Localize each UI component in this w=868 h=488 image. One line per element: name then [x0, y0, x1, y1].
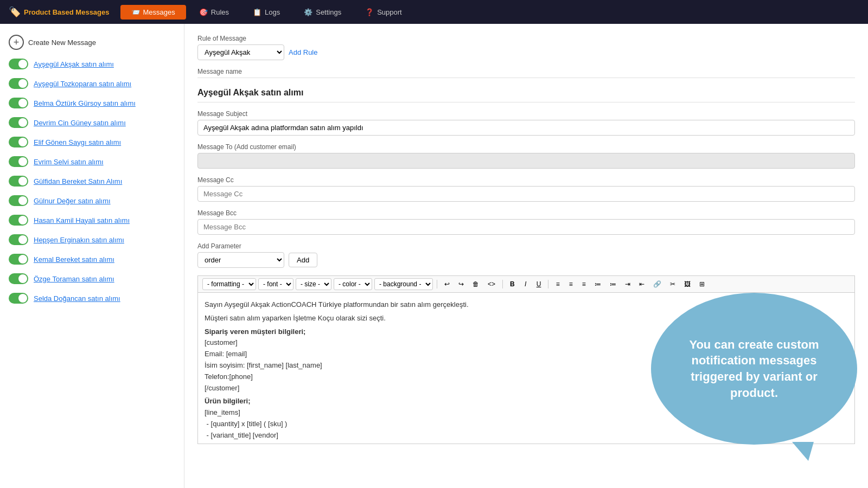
message-label: Selda Doğancan satın alımı — [34, 294, 120, 303]
message-label: Hepşen Erginakın satın alımı — [34, 236, 124, 244]
toggle-switch[interactable] — [9, 59, 28, 69]
rte-toolbar: - formatting - - font - - size - - color… — [197, 275, 855, 292]
tab-rules-label: Rules — [211, 8, 229, 16]
tab-support-label: Support — [377, 8, 402, 16]
message-name-label: Message name — [197, 68, 855, 75]
rte-redo-button[interactable]: ↪ — [455, 279, 467, 289]
add-rule-link[interactable]: Add Rule — [289, 48, 317, 56]
list-item[interactable]: Hasan Kamil Hayali satın alımı — [0, 210, 184, 230]
message-bcc-label: Message Bcc — [197, 209, 855, 217]
rule-of-message-group: Rule of Message Ayşegül Akşak Add Rule — [197, 35, 855, 60]
message-subject-group: Message Subject — [197, 110, 855, 136]
rte-color-dropdown[interactable]: - color - — [334, 278, 372, 290]
rte-align-right-button[interactable]: ≡ — [578, 279, 589, 289]
list-item[interactable]: Evrim Selvi satın alımı — [0, 152, 184, 171]
rte-undo-button[interactable]: ↩ — [441, 279, 453, 289]
rte-italic-button[interactable]: I — [520, 279, 531, 289]
rte-size-dropdown[interactable]: - size - — [296, 278, 331, 290]
list-item[interactable]: Kemal Bereket satın alımı — [0, 249, 184, 269]
message-to-label: Message To (Add customer email) — [197, 143, 855, 151]
rte-unordered-list-button[interactable]: ≔ — [607, 279, 620, 289]
tab-rules[interactable]: 🎯 Rules — [188, 5, 240, 20]
list-item[interactable]: Elif Gönen Saygı satın alımı — [0, 132, 184, 152]
rte-source-button[interactable]: <> — [484, 279, 499, 289]
toggle-switch[interactable] — [9, 195, 28, 206]
list-item[interactable]: Ayşegül Tozkoparan satın alımı — [0, 74, 184, 93]
toggle-switch[interactable] — [9, 215, 28, 226]
brand: 🏷️ Product Based Messages — [9, 6, 110, 18]
message-label: Hasan Kamil Hayali satın alımı — [34, 216, 130, 224]
list-item[interactable]: Gülfidan Bereket Satın Alımı — [0, 171, 184, 191]
message-label: Özge Toraman satın alımı — [34, 275, 114, 283]
rte-clear-button[interactable]: 🗑 — [469, 279, 482, 289]
toggle-switch[interactable] — [9, 234, 28, 245]
list-item[interactable]: Hepşen Erginakın satın alımı — [0, 230, 184, 249]
message-label: Ayşegül Akşak satın alımı — [34, 60, 114, 68]
add-parameter-group: Add Parameter order Add — [197, 242, 855, 268]
rte-background-dropdown[interactable]: - background - — [374, 278, 433, 290]
messages-icon: 📨 — [131, 8, 140, 16]
message-bcc-group: Message Bcc — [197, 209, 855, 235]
rte-font-dropdown[interactable]: - font - — [258, 278, 293, 290]
add-parameter-button[interactable]: Add — [289, 253, 317, 267]
create-new-button[interactable]: + Create New Message — [0, 30, 184, 54]
list-item[interactable]: Gülnur Değer satın alımı — [0, 191, 184, 210]
tab-messages[interactable]: 📨 Messages — [120, 5, 186, 20]
rte-bold-button[interactable]: B — [507, 279, 518, 289]
parameter-select[interactable]: order — [197, 252, 284, 268]
tab-logs-label: Logs — [265, 8, 280, 16]
rte-separator-1 — [437, 280, 437, 288]
message-subject-label: Message Subject — [197, 110, 855, 118]
rte-indent-button[interactable]: ⇥ — [622, 279, 634, 289]
toggle-switch[interactable] — [9, 176, 28, 187]
bubble-text: You can create custom notification messa… — [673, 337, 835, 401]
logs-icon: 📋 — [253, 8, 261, 16]
rte-image-button[interactable]: 🖼 — [681, 279, 694, 289]
message-label: Evrim Selvi satın alımı — [34, 158, 104, 166]
toggle-switch[interactable] — [9, 293, 28, 304]
toggle-switch[interactable] — [9, 137, 28, 147]
toggle-switch[interactable] — [9, 78, 28, 89]
toggle-switch[interactable] — [9, 98, 28, 108]
rte-formatting-dropdown[interactable]: - formatting - — [202, 278, 256, 290]
rte-unlink-button[interactable]: ✂ — [667, 279, 679, 289]
message-subject-input[interactable] — [197, 120, 855, 136]
message-cc-label: Message Cc — [197, 176, 855, 184]
rte-align-center-button[interactable]: ≡ — [565, 279, 576, 289]
rte-align-left-button[interactable]: ≡ — [552, 279, 563, 289]
rte-separator-2 — [502, 280, 503, 288]
list-item[interactable]: Belma Öztürk Gürsoy satın alımı — [0, 93, 184, 113]
tab-logs[interactable]: 📋 Logs — [242, 5, 291, 20]
list-item[interactable]: Özge Toraman satın alımı — [0, 269, 184, 288]
message-to-group: Message To (Add customer email) — [197, 143, 855, 169]
toggle-switch[interactable] — [9, 117, 28, 128]
message-cc-input[interactable] — [197, 186, 855, 202]
tab-messages-label: Messages — [143, 8, 175, 16]
create-icon: + — [9, 35, 24, 50]
list-item[interactable]: Ayşegül Akşak satın alımı — [0, 54, 184, 74]
tab-settings[interactable]: ⚙️ Settings — [293, 5, 352, 20]
rte-table-button[interactable]: ⊞ — [696, 279, 708, 289]
tab-support[interactable]: ❓ Support — [354, 5, 413, 20]
toggle-switch[interactable] — [9, 156, 28, 167]
tab-settings-label: Settings — [316, 8, 341, 16]
toggle-switch[interactable] — [9, 254, 28, 265]
rule-select[interactable]: Ayşegül Akşak — [197, 44, 284, 60]
rte-ordered-list-button[interactable]: ≔ — [591, 279, 604, 289]
rte-outdent-button[interactable]: ⇤ — [636, 279, 648, 289]
settings-icon: ⚙️ — [304, 8, 312, 16]
message-name-value: Ayşegül Akşak satın alımı — [197, 86, 855, 100]
rte-underline-button[interactable]: U — [533, 279, 545, 289]
message-to-input[interactable] — [197, 153, 855, 169]
list-item[interactable]: Devrim Cin Güney satın alımı — [0, 113, 184, 132]
rte-link-button[interactable]: 🔗 — [650, 279, 665, 289]
list-item[interactable]: Selda Doğancan satın alımı — [0, 288, 184, 308]
brand-icon: 🏷️ — [9, 6, 21, 18]
message-bcc-input[interactable] — [197, 219, 855, 235]
create-new-label: Create New Message — [28, 38, 96, 47]
message-label: Gülnur Değer satın alımı — [34, 197, 111, 205]
toggle-switch[interactable] — [9, 273, 28, 284]
support-icon: ❓ — [365, 8, 374, 16]
message-list: Ayşegül Akşak satın alımı Ayşegül Tozkop… — [0, 54, 184, 308]
add-parameter-label: Add Parameter — [197, 242, 855, 250]
